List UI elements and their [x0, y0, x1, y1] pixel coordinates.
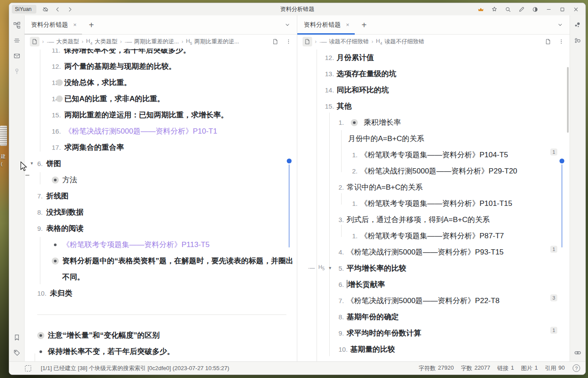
list-marker[interactable]: 7.: [37, 188, 43, 204]
list-item[interactable]: 6.增长贡献率: [339, 276, 570, 293]
tab-close-icon[interactable]: ×: [346, 21, 349, 28]
list-item[interactable]: 1.《粉笔联考专项题集——资料分析》P87-T7: [352, 228, 570, 244]
fold-toggle-icon[interactable]: ▼: [328, 260, 332, 276]
list-marker[interactable]: 6.: [37, 155, 43, 172]
list-bullet[interactable]: [37, 343, 44, 360]
list-item[interactable]: 2.常识中的A=B+C的关系: [339, 179, 570, 195]
help-icon[interactable]: ?: [573, 364, 580, 372]
back-icon[interactable]: [51, 4, 64, 14]
list-item[interactable]: 8.基期年份的确定: [339, 309, 570, 325]
list-item[interactable]: 10.基期量的比较: [339, 341, 570, 357]
outline-icon[interactable]: [12, 36, 21, 45]
list-item[interactable]: 7.折线图: [37, 188, 297, 204]
list-marker[interactable]: 15.: [52, 107, 61, 123]
inbox-icon[interactable]: [12, 51, 21, 60]
breadcrumb-item[interactable]: ·—大类题型: [46, 38, 79, 46]
list-bullet[interactable]: [52, 172, 59, 188]
list-marker[interactable]: 13.: [325, 66, 334, 82]
list-marker[interactable]: 8.: [37, 204, 43, 220]
list-item[interactable]: 11.《粉笔联考专项题集——资料分析》P96-T29: [339, 357, 570, 361]
document-tab[interactable]: 资料分析错题×: [297, 15, 355, 34]
list-bullet[interactable]: [52, 237, 59, 253]
list-marker[interactable]: 1.: [339, 114, 344, 131]
theme-icon[interactable]: [528, 4, 542, 15]
block-ref-link[interactable]: 《粉笔决战行测5000题——资料分析》P10-T1: [64, 123, 297, 139]
list-item[interactable]: 9.求平均时的年份数计算1: [339, 325, 570, 341]
list-marker[interactable]: 10.: [339, 341, 348, 357]
document-icon[interactable]: [303, 37, 312, 46]
more-icon[interactable]: [558, 39, 564, 45]
list-item[interactable]: 注意“增长量”和“变化幅度”的区别: [37, 327, 297, 343]
list-item[interactable]: 15.两期比重差的逆运用：已知两期比重，求增长率。: [52, 107, 297, 123]
maximize-icon[interactable]: [556, 4, 569, 15]
list-item[interactable]: ▼6.饼图: [37, 155, 297, 172]
list-item[interactable]: 8.没找到数据: [37, 204, 297, 220]
list-item[interactable]: 12.月份累计值: [325, 49, 570, 66]
edit-icon[interactable]: [515, 4, 528, 15]
list-item[interactable]: 7.《粉笔决战行测5000题——资料分析》P22-T83: [339, 293, 570, 309]
list-item[interactable]: 17.求两集合的重合率: [52, 139, 297, 155]
tab-close-icon[interactable]: ×: [73, 21, 77, 28]
list-marker[interactable]: 14.: [325, 82, 334, 98]
list-type-icon[interactable]: ·—: [308, 260, 315, 276]
list-marker[interactable]: 12.: [52, 58, 61, 74]
breadcrumb-item[interactable]: ·—读题不仔细致错: [319, 38, 369, 46]
link-icon[interactable]: [574, 348, 582, 357]
forward-icon[interactable]: [64, 4, 76, 14]
close-icon[interactable]: [569, 4, 583, 15]
list-marker[interactable]: 7.: [339, 293, 344, 309]
list-item[interactable]: ·—H5▼5.平均增长率的比较: [339, 260, 570, 276]
backlinks-icon[interactable]: [574, 21, 582, 29]
list-item[interactable]: 《粉笔联考专项题集——资料分析》P113-T5: [52, 237, 297, 253]
fold-halo-bullet[interactable]: [351, 119, 358, 126]
ref-count-badge[interactable]: 3: [550, 294, 557, 301]
list-item[interactable]: 9.表格的阅读: [37, 220, 297, 237]
list-marker[interactable]: 6.: [339, 276, 344, 293]
graph-icon[interactable]: [574, 36, 582, 45]
block-ref-link[interactable]: 《粉笔联考专项题集——资料分析》P113-T5: [62, 237, 297, 253]
list-item[interactable]: 1.《粉笔联考专项题集——资料分析》P104-T51: [352, 147, 570, 163]
cloud-off-icon[interactable]: [39, 4, 51, 14]
list-item[interactable]: 14.同比和环比的坑: [325, 82, 570, 98]
list-marker[interactable]: 1.: [352, 195, 358, 212]
fold-toggle-icon[interactable]: ▼: [30, 155, 34, 172]
breadcrumb-item[interactable]: H4大类题型: [86, 38, 117, 46]
list-item[interactable]: 1.《粉笔联考专项题集——资料分析》P101-T15: [352, 195, 570, 212]
crown-icon[interactable]: [474, 4, 488, 15]
new-tab-button[interactable]: +: [89, 21, 94, 29]
list-item[interactable]: 16.《粉笔决战行测5000题——资料分析》P10-T1: [52, 123, 297, 139]
list-marker[interactable]: 14.: [52, 91, 61, 107]
list-item[interactable]: 2.《粉笔决战行测5000题——资料分析》P29-T20: [352, 163, 570, 179]
list-marker[interactable]: 1.: [352, 147, 358, 163]
breadcrumb-item[interactable]: ·—两期比重差的逆...: [125, 38, 179, 46]
document-icon[interactable]: [30, 37, 39, 46]
list-marker[interactable]: 9.: [37, 220, 43, 237]
list-item[interactable]: 1.乘积增长率: [339, 114, 570, 131]
list-marker[interactable]: 8.: [339, 309, 344, 325]
breadcrumb-item[interactable]: H5两期比重差的逆...: [186, 38, 239, 46]
tag-icon[interactable]: [12, 348, 21, 357]
list-item[interactable]: 4.《粉笔决战行测5000题——资料分析》P93-T151: [339, 244, 570, 260]
document-tab[interactable]: 资料分析错题×: [25, 15, 82, 34]
editor-content[interactable]: 11.保持增长率不变，若干年后突破多少。12.两个量的基期差与现期差的比较。13…: [25, 49, 297, 361]
sticker-icon[interactable]: [488, 4, 501, 15]
tab-list-chevron-icon[interactable]: [284, 21, 291, 28]
scrollbar-thumb[interactable]: [567, 67, 569, 133]
list-marker[interactable]: 10.: [37, 285, 46, 301]
list-item[interactable]: 15.其他: [325, 98, 570, 114]
open-doc-icon[interactable]: [545, 39, 551, 45]
more-icon[interactable]: [285, 39, 292, 45]
list-item[interactable]: 11.保持增长率不变，若干年后突破多少。: [52, 49, 297, 58]
list-marker[interactable]: 17.: [52, 139, 61, 155]
list-item[interactable]: 12.两个量的基期差与现期差的比较。: [52, 58, 297, 74]
list-marker[interactable]: 11.: [339, 357, 347, 361]
open-doc-icon[interactable]: [272, 39, 278, 45]
paragraph-block[interactable]: 月份中的A=B+C的关系: [348, 131, 570, 147]
list-item[interactable]: 方法: [52, 172, 297, 188]
pin-icon[interactable]: [12, 67, 21, 75]
list-item[interactable]: 13.选项存在量级的坑: [325, 66, 570, 82]
list-marker[interactable]: 9.: [339, 325, 344, 341]
breadcrumb-item[interactable]: H4读题不仔细致错: [376, 38, 424, 46]
search-icon[interactable]: [501, 4, 515, 15]
list-marker[interactable]: 5.: [339, 260, 344, 276]
